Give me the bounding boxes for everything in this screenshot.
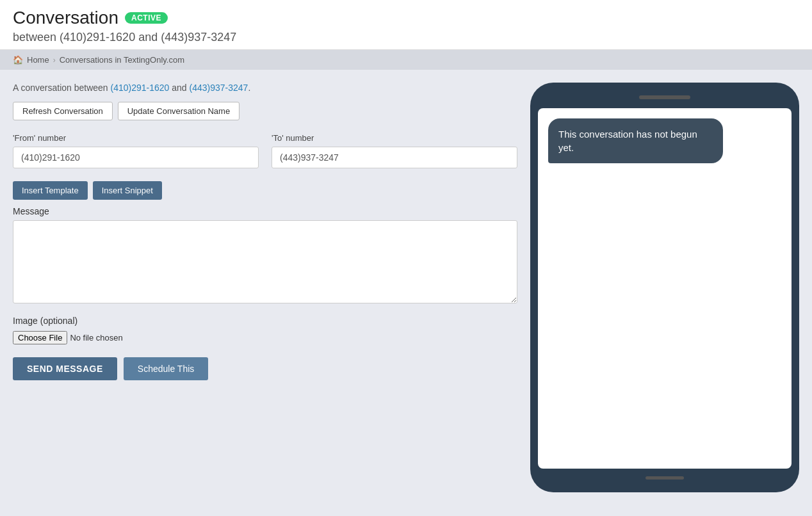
info-prefix: A conversation between	[13, 83, 108, 93]
schedule-this-button[interactable]: Schedule This	[124, 357, 208, 380]
file-input-container	[13, 331, 170, 344]
submit-buttons: SEND MESSAGE Schedule This	[13, 357, 517, 380]
number-fields: 'From' number 'To' number	[13, 133, 517, 168]
image-label: Image (optional)	[13, 316, 517, 326]
breadcrumb-separator: ›	[53, 56, 56, 65]
page-subtitle: between (410)291-1620 and (443)937-3247	[13, 31, 799, 44]
phone-bottom-bar	[646, 476, 684, 480]
to-number-input[interactable]	[272, 147, 517, 168]
phone-notch	[639, 95, 690, 99]
home-icon: 🏠	[13, 55, 23, 65]
main-content: A conversation between (410)291-1620 and…	[0, 70, 812, 505]
send-message-button[interactable]: SEND MESSAGE	[13, 357, 117, 380]
message-textarea[interactable]	[13, 220, 517, 303]
to-number-label: 'To' number	[272, 133, 517, 143]
insert-snippet-button[interactable]: Insert Snippet	[93, 181, 162, 200]
chat-bubble: This conversation has not begun yet.	[548, 118, 723, 163]
breadcrumb: 🏠 Home › Conversations in TextingOnly.co…	[0, 50, 812, 70]
image-section: Image (optional)	[13, 316, 517, 344]
from-phone-link: (410)291-1620	[111, 83, 170, 93]
file-input[interactable]	[13, 331, 170, 344]
page-header: Conversation ACTIVE between (410)291-162…	[0, 0, 812, 50]
to-number-group: 'To' number	[272, 133, 517, 168]
breadcrumb-current: Conversations in TextingOnly.com	[60, 55, 184, 65]
insert-template-button[interactable]: Insert Template	[13, 181, 88, 200]
page-title: Conversation	[13, 8, 118, 28]
phone-screen: This conversation has not begun yet.	[538, 108, 792, 469]
phone-mockup: This conversation has not begun yet.	[530, 83, 799, 492]
conversation-info: A conversation between (410)291-1620 and…	[13, 83, 517, 93]
to-phone-link: (443)937-3247	[190, 83, 248, 93]
refresh-conversation-button[interactable]: Refresh Conversation	[13, 102, 113, 120]
action-buttons: Refresh Conversation Update Conversation…	[13, 102, 517, 120]
from-number-input[interactable]	[13, 147, 259, 168]
info-connector: and	[172, 83, 186, 93]
info-suffix: .	[248, 83, 250, 93]
breadcrumb-home-link[interactable]: Home	[27, 55, 49, 65]
from-number-group: 'From' number	[13, 133, 259, 168]
from-number-label: 'From' number	[13, 133, 259, 143]
active-badge: ACTIVE	[125, 12, 168, 24]
message-label: Message	[13, 206, 517, 216]
template-buttons: Insert Template Insert Snippet	[13, 181, 517, 200]
right-panel: This conversation has not begun yet.	[530, 83, 799, 492]
update-name-button[interactable]: Update Conversation Name	[118, 102, 240, 120]
left-panel: A conversation between (410)291-1620 and…	[13, 83, 530, 492]
